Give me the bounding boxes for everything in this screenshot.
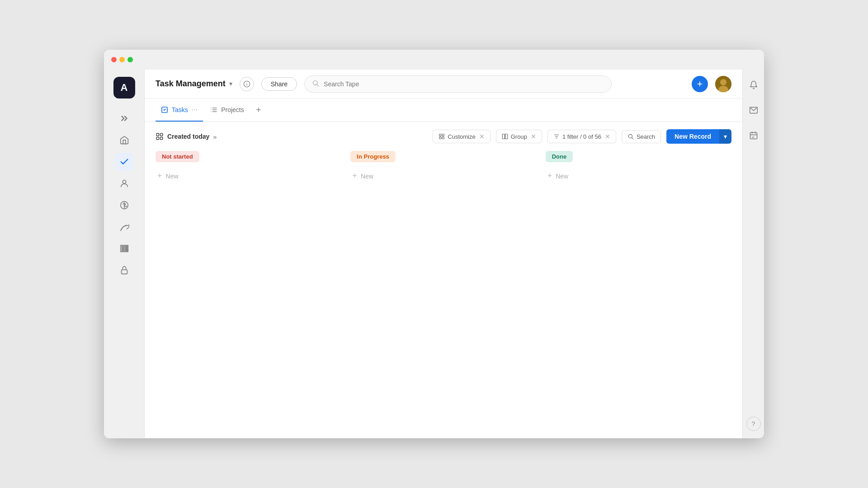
search-button[interactable]: Search <box>622 130 661 143</box>
toolbar: Created today » Customize ✕ <box>145 122 742 151</box>
created-today-icon <box>156 132 164 141</box>
board-area: Not started + New In Progress + New <box>145 151 742 438</box>
new-item-done[interactable]: + New <box>546 168 731 184</box>
tab-tasks-label: Tasks <box>172 106 188 113</box>
new-item-not-started-label: New <box>166 173 179 180</box>
svg-point-15 <box>720 79 726 85</box>
column-in-progress-header: In Progress <box>350 151 396 162</box>
tasks-check-icon <box>161 106 168 113</box>
chevron-down-icon[interactable]: ▾ <box>229 80 232 87</box>
svg-rect-8 <box>121 270 127 274</box>
svg-line-32 <box>632 138 633 139</box>
sidebar-icon-lock[interactable] <box>115 261 133 279</box>
help-button[interactable]: ? <box>746 417 761 431</box>
search-bar <box>304 75 612 93</box>
svg-rect-22 <box>439 134 441 136</box>
sidebar-icon-barcode[interactable] <box>115 239 133 258</box>
tab-projects[interactable]: Projects <box>205 99 250 122</box>
customize-label: Customize <box>448 133 475 140</box>
traffic-lights <box>111 57 133 62</box>
help-icon: ? <box>752 420 755 427</box>
column-not-started-header: Not started <box>156 151 199 162</box>
column-not-started: Not started + New <box>156 151 341 427</box>
app-title: Task Management ▾ <box>156 79 232 89</box>
search-icon <box>312 80 319 89</box>
new-item-done-plus-icon: + <box>547 171 552 181</box>
sidebar-icon-leaf[interactable] <box>115 218 133 236</box>
sidebar-icon-person[interactable] <box>115 174 133 192</box>
svg-rect-26 <box>502 134 505 139</box>
new-item-done-label: New <box>556 173 568 180</box>
bell-icon-button[interactable] <box>745 77 762 93</box>
new-record-button[interactable]: New Record <box>666 129 719 144</box>
minimize-button[interactable] <box>119 57 125 62</box>
group-icon <box>502 133 508 140</box>
column-done: Done + New <box>546 151 731 427</box>
maximize-button[interactable] <box>127 57 133 62</box>
app-logo[interactable]: A <box>113 77 135 99</box>
sidebar-icon-tasks[interactable] <box>115 153 133 171</box>
filter-close-icon[interactable]: ✕ <box>605 133 610 140</box>
svg-rect-20 <box>156 137 159 140</box>
tab-tasks[interactable]: Tasks ··· <box>156 99 203 122</box>
column-in-progress: In Progress + New <box>350 151 536 427</box>
mail-icon-button[interactable] <box>745 102 762 118</box>
left-sidebar: A <box>104 70 145 438</box>
svg-rect-4 <box>123 245 123 252</box>
group-button[interactable]: Group ✕ <box>496 130 542 143</box>
group-label: Group <box>511 133 527 140</box>
global-add-button[interactable]: + <box>692 76 708 92</box>
search-button-label: Search <box>637 133 655 140</box>
svg-rect-5 <box>124 245 125 252</box>
tab-projects-label: Projects <box>221 106 244 113</box>
app-title-text: Task Management <box>156 79 226 89</box>
filter-icon <box>553 133 560 140</box>
customize-button[interactable]: Customize ✕ <box>433 130 490 143</box>
new-item-plus-icon: + <box>157 171 162 181</box>
new-record-group: New Record ▾ <box>666 129 731 144</box>
svg-rect-21 <box>160 137 163 140</box>
content-area: Task Management ▾ Share <box>145 70 742 438</box>
svg-rect-3 <box>120 245 122 252</box>
tabs-bar: Tasks ··· Projects + <box>145 99 742 122</box>
new-item-in-progress[interactable]: + New <box>350 168 536 184</box>
column-not-started-label: Not started <box>162 153 193 160</box>
add-tab-button[interactable]: + <box>251 103 266 117</box>
tab-tasks-more[interactable]: ··· <box>192 106 198 114</box>
add-tab-icon: + <box>256 105 261 115</box>
customize-icon <box>439 133 445 140</box>
sidebar-icon-home[interactable] <box>115 131 133 149</box>
right-sidebar: 31 ? <box>742 70 764 438</box>
calendar-icon-button[interactable]: 31 <box>745 127 762 144</box>
info-button[interactable] <box>240 77 254 91</box>
group-close-icon[interactable]: ✕ <box>531 133 536 140</box>
share-button[interactable]: Share <box>261 77 297 91</box>
new-item-in-progress-plus-icon: + <box>352 171 357 181</box>
svg-point-0 <box>123 180 126 183</box>
filter-button[interactable]: 1 filter / 0 of 56 ✕ <box>547 130 616 143</box>
sidebar-icon-dollar[interactable] <box>115 196 133 214</box>
search-button-icon <box>627 133 634 140</box>
created-today-filter: Created today » <box>156 132 217 141</box>
svg-rect-19 <box>160 133 163 136</box>
column-done-header: Done <box>546 151 573 162</box>
svg-rect-23 <box>442 134 444 136</box>
projects-icon <box>210 106 217 113</box>
close-button[interactable] <box>111 57 117 62</box>
svg-rect-6 <box>126 245 126 252</box>
titlebar <box>104 50 764 70</box>
user-avatar[interactable] <box>715 76 731 92</box>
svg-rect-18 <box>156 133 159 136</box>
plus-icon: + <box>697 78 703 90</box>
topbar: Task Management ▾ Share <box>145 70 742 99</box>
double-chevron-icon: » <box>213 133 217 141</box>
svg-rect-7 <box>127 245 127 252</box>
new-item-not-started[interactable]: + New <box>156 168 341 184</box>
search-input[interactable] <box>324 80 604 88</box>
new-record-dropdown-button[interactable]: ▾ <box>719 129 731 144</box>
new-record-chevron-icon: ▾ <box>724 133 727 140</box>
sidebar-icon-expand[interactable] <box>115 109 133 127</box>
customize-close-icon[interactable]: ✕ <box>479 133 485 140</box>
logo-letter: A <box>121 82 128 94</box>
created-today-label: Created today <box>167 133 209 140</box>
